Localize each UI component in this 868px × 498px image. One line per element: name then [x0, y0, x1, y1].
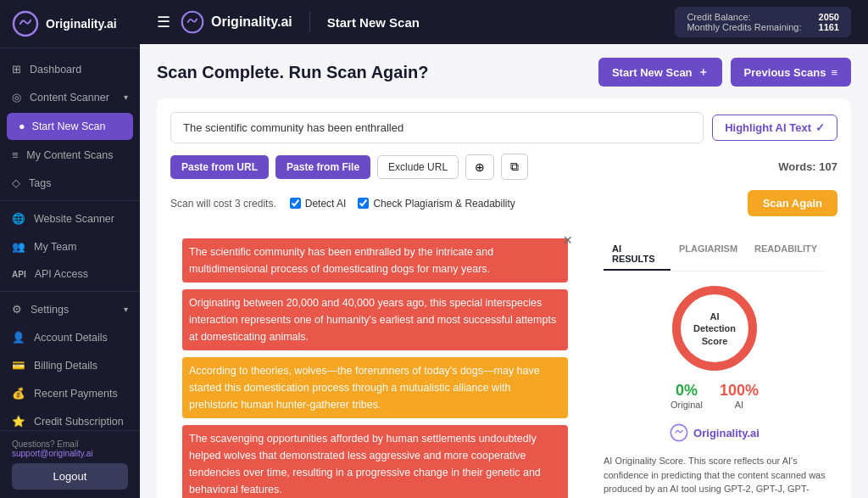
- sidebar-item-dashboard[interactable]: ⊞ Dashboard: [0, 55, 140, 83]
- close-button[interactable]: ✕: [563, 233, 573, 247]
- checkmark-icon: ✓: [815, 121, 825, 134]
- scan-info-row: Scan will cost 3 credits. Detect AI Chec…: [170, 190, 837, 216]
- results-tabs: AI RESULTS PLAGIARISM READABILITY: [604, 238, 826, 271]
- tab-readability[interactable]: READABILITY: [746, 238, 826, 271]
- account-details-label: Account Details: [34, 332, 108, 344]
- text-panel: ✕ The scientific community has been enth…: [170, 227, 580, 498]
- scanner-icon: ◎: [12, 91, 21, 104]
- sidebar-header: Originality.ai: [0, 0, 140, 48]
- scan-cost-text: Scan will cost 3 credits.: [170, 198, 276, 210]
- paste-from-file-button[interactable]: Paste from File: [275, 155, 370, 179]
- api-access-label: API Access: [35, 268, 88, 280]
- my-team-label: My Team: [34, 241, 76, 253]
- text-block-4-content: The scavenging opportunities afforded by…: [189, 433, 541, 495]
- credit-balance-label: Credit Balance:: [687, 12, 750, 22]
- tags-label: Tags: [29, 177, 51, 189]
- sidebar: Originality.ai ⊞ Dashboard ◎ Content Sca…: [0, 0, 140, 498]
- ai-pct: 100%: [720, 382, 759, 400]
- monthly-credits-row: Monthly Credits Remaining: 1161: [687, 22, 839, 32]
- original-pct: 0%: [670, 382, 703, 400]
- topbar-scan-title: Start New Scan: [327, 15, 420, 30]
- topbar-credits: Credit Balance: 2050 Monthly Credits Rem…: [675, 7, 851, 37]
- originality-logo-icon: [670, 423, 688, 442]
- api-icon: API: [12, 270, 26, 279]
- originality-brand-name: Originality.ai: [693, 427, 760, 439]
- sidebar-item-my-team[interactable]: 👥 My Team: [0, 232, 140, 260]
- chevron-settings-icon: ▾: [124, 305, 128, 314]
- sidebar-item-website-scanner[interactable]: 🌐 Website Scanner: [0, 204, 140, 232]
- sidebar-item-my-content-scans[interactable]: ≡ My Content Scans: [0, 142, 140, 169]
- my-content-scans-label: My Content Scans: [26, 149, 113, 161]
- sidebar-item-start-new-scan[interactable]: ● Start New Scan: [7, 113, 133, 140]
- billing-details-label: Billing Details: [34, 360, 97, 372]
- checkbox-group: Detect AI Check Plagiarism & Readability: [290, 198, 515, 210]
- dashboard-icon: ⊞: [12, 63, 21, 76]
- text-block-1-content: The scientific community has been enthra…: [189, 246, 493, 275]
- list-bars-icon: ≡: [831, 66, 837, 79]
- topbar-divider: [309, 12, 310, 32]
- ai-score: 100% AI: [720, 382, 759, 410]
- copy-icon-button[interactable]: ⧉: [501, 154, 528, 180]
- sidebar-item-recent-payments[interactable]: 💰 Recent Payments: [0, 379, 140, 407]
- tab-plagiarism[interactable]: PLAGIARISM: [670, 238, 746, 271]
- original-label: Original: [670, 400, 703, 410]
- logout-button[interactable]: Logout: [12, 463, 128, 490]
- add-icon-button[interactable]: ⊕: [465, 154, 494, 180]
- svg-point-0: [14, 12, 37, 36]
- text-block-2: Originating between 20,000 and 40,000 ye…: [182, 289, 568, 350]
- sidebar-item-settings[interactable]: ⚙ Settings ▾: [0, 295, 140, 323]
- support-email-link[interactable]: support@originality.ai: [12, 449, 93, 458]
- text-block-2-content: Originating between 20,000 and 40,000 ye…: [189, 297, 556, 343]
- detect-ai-label: Detect AI: [305, 198, 347, 210]
- previous-scans-btn-label: Previous Scans: [744, 66, 826, 79]
- plus-circle-icon: ⊕: [475, 160, 485, 174]
- score-area: AI Detection Score 0% Original 100%: [604, 282, 826, 498]
- highlight-ai-text-button[interactable]: Highlight AI Text ✓: [712, 115, 837, 141]
- split-area: ✕ The scientific community has been enth…: [170, 227, 837, 498]
- sidebar-content-scanner-label: Content Scanner: [30, 92, 109, 104]
- sidebar-divider-2: [0, 291, 140, 292]
- exclude-url-button[interactable]: Exclude URL: [377, 155, 459, 179]
- sidebar-logo-icon: [12, 10, 39, 37]
- sidebar-item-account-details[interactable]: 👤 Account Details: [0, 323, 140, 351]
- detect-ai-checkbox-label[interactable]: Detect AI: [290, 198, 347, 210]
- results-panel: AI RESULTS PLAGIARISM READABILITY: [592, 227, 837, 498]
- paste-from-url-button[interactable]: Paste from URL: [170, 155, 269, 179]
- start-new-scan-btn-label: Start New Scan: [612, 66, 693, 79]
- text-block-1: The scientific community has been enthra…: [182, 238, 568, 283]
- content-area: Scan Complete. Run Scan Again? Start New…: [140, 44, 868, 498]
- scan-again-button[interactable]: Scan Again: [748, 190, 837, 216]
- donut-score-label-line2: Score: [692, 334, 738, 346]
- tab-ai-results[interactable]: AI RESULTS: [604, 238, 670, 271]
- highlight-btn-label: Highlight AI Text: [725, 121, 811, 134]
- list-icon: ≡: [12, 149, 18, 161]
- plagiarism-checkbox[interactable]: [358, 198, 369, 209]
- account-icon: 👤: [12, 331, 25, 344]
- sidebar-navigation: ⊞ Dashboard ◎ Content Scanner ▾ ● Start …: [0, 48, 140, 430]
- sidebar-item-content-scanner[interactable]: ◎ Content Scanner ▾: [0, 83, 140, 111]
- text-content-area: ✕ The scientific community has been enth…: [170, 227, 580, 498]
- score-description: AI Originality Score. This score reflect…: [604, 454, 826, 498]
- website-scanner-label: Website Scanner: [34, 213, 114, 225]
- input-row: Highlight AI Text ✓: [170, 112, 837, 143]
- circle-icon: ●: [19, 120, 25, 132]
- detect-ai-checkbox[interactable]: [290, 198, 301, 209]
- sidebar-item-billing-details[interactable]: 💳 Billing Details: [0, 351, 140, 379]
- menu-icon[interactable]: ☰: [157, 13, 170, 31]
- plagiarism-label: Check Plagiarism & Readability: [373, 198, 515, 210]
- sidebar-item-api-access[interactable]: API API Access: [0, 260, 140, 288]
- sidebar-item-tags[interactable]: ◇ Tags: [0, 169, 140, 197]
- word-count: Words: 107: [778, 160, 837, 173]
- sidebar-item-credit-subscription[interactable]: ⭐ Credit Subscription: [0, 407, 140, 430]
- previous-scans-button[interactable]: Previous Scans ≡: [731, 58, 851, 87]
- plagiarism-checkbox-label[interactable]: Check Plagiarism & Readability: [358, 198, 515, 210]
- globe-icon: 🌐: [12, 212, 25, 225]
- scan-text-input[interactable]: [170, 112, 704, 143]
- tag-icon: ◇: [12, 176, 20, 189]
- svg-point-1: [182, 12, 203, 33]
- credit-balance-value: 2050: [819, 12, 839, 22]
- text-block-3: According to theories, wolves—the foreru…: [182, 357, 568, 418]
- start-new-scan-button[interactable]: Start New Scan ＋: [598, 58, 722, 87]
- topbar-logo-icon: [181, 10, 204, 34]
- original-score: 0% Original: [670, 382, 703, 410]
